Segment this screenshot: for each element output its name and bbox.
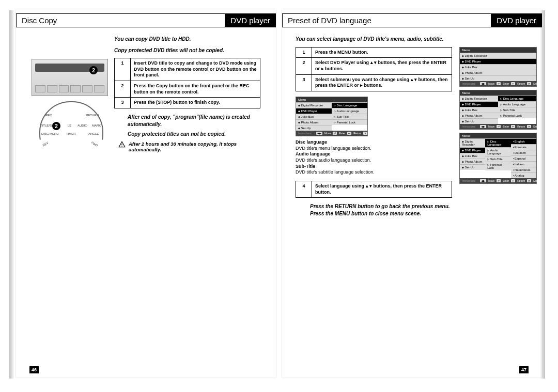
page-title: Disc Copy: [16, 13, 62, 27]
step-text: Press the MENU button.: [312, 47, 452, 58]
btn-rec: REC: [45, 114, 52, 117]
page-left: Disc Copy DVD player 2 REC RETURN TITLE/…: [16, 9, 276, 378]
menu-item: Digital Recorder: [296, 102, 332, 108]
menu-screenshots-column: Menu Digital Recorder DVD Player Juke Bo…: [459, 47, 537, 217]
menu-item: Juke Box: [460, 64, 536, 70]
step-row: 2 Press the Copy button on the front pan…: [115, 81, 260, 98]
menu-header: Menu: [296, 97, 367, 102]
menu-header: Menu: [460, 48, 536, 53]
menu-item: Set-Up: [460, 118, 498, 124]
step-text: Press the Copy button on the front panel…: [131, 81, 260, 98]
intro-2: Copy protected DVD titles will not be co…: [114, 47, 260, 54]
steps-table-right-2: 4 Select language using ▴ ▾ buttons, the…: [296, 181, 452, 198]
btn-timer: TIMER: [66, 132, 76, 135]
submenu-item: Audio Language: [485, 147, 510, 156]
section-badge: DVD player: [491, 13, 542, 27]
intro: You can select language of DVD title's m…: [296, 36, 537, 43]
header-left: Disc Copy DVD player: [16, 13, 276, 27]
submenu-item: Parental Lock: [485, 162, 510, 170]
step-text: Select submenu you want to change using …: [312, 74, 452, 91]
steps-table-left: 1 Insert DVD title to copy and change to…: [114, 58, 260, 108]
steps-table-right: 1 Press the MENU button. 2 Select DVD Pl…: [296, 47, 452, 91]
menu-item: Digital Recorder: [460, 96, 498, 101]
submenu-item: Disc Language: [498, 96, 536, 101]
lang-item: Nederlands: [511, 167, 536, 173]
step-row: 2 Select DVD Player using ▴ ▾ buttons, t…: [296, 58, 452, 74]
menu-item: Photo Album: [460, 159, 485, 164]
btn-fwd: FWD: [90, 141, 98, 147]
menu-item-selected: DVD Player: [460, 147, 485, 153]
menu-item: Photo Album: [460, 70, 536, 75]
callout-2b: 2: [52, 122, 60, 130]
btn-rev: REV: [42, 141, 49, 147]
menu-screenshot-small: Menu Digital Recorder DVD Player Juke Bo…: [296, 97, 368, 136]
submenu-item: Sub-Title: [332, 114, 367, 119]
lang-item: Analog: [511, 173, 536, 178]
step-num: 2: [296, 58, 312, 74]
menu-item: Set-Up: [460, 164, 485, 170]
submenu-item: Parental Lock: [498, 113, 536, 118]
lang-item: Deutsch: [511, 150, 536, 155]
step-row: 1 Insert DVD title to copy and change to…: [115, 58, 260, 81]
lang-item: English: [511, 138, 536, 144]
submenu-item: Parental Lock: [332, 119, 367, 125]
page-number-right: 47: [519, 366, 529, 373]
btn-return: RETURN: [86, 114, 99, 117]
sub-lang-h: Sub-Title: [296, 164, 315, 169]
note-1: After end of copy, "program"(file name) …: [128, 114, 260, 128]
btn-angle: ANGLE: [88, 132, 99, 135]
menu-item: Digital Recorder: [460, 138, 485, 147]
step-row: 3 Press the (STOP) button to finish copy…: [115, 98, 260, 108]
menu-header: Menu: [460, 90, 536, 96]
note-2: Copy protected titles can not be copied.: [128, 131, 260, 138]
step-num: 1: [296, 47, 312, 58]
btn-discmenu: DISC MENU: [41, 132, 59, 135]
submenu-item: Sub-Title: [485, 156, 510, 162]
menu-item: Set-Up: [460, 75, 536, 81]
page-number-left: 46: [29, 366, 39, 373]
menu-instructions: ◀▶Move ⏎Enter ↩Return ✕Exit: [460, 81, 536, 86]
menu-item: Juke Box: [460, 107, 498, 113]
menu-header: Menu: [460, 133, 536, 138]
step-num: 3: [296, 74, 312, 91]
step-row: 3 Select submenu you want to change usin…: [296, 74, 452, 91]
submenu-item: Sub-Title: [498, 107, 536, 113]
menu-item: Photo Album: [460, 113, 498, 118]
sub-lang-t: DVD title's subtitle language selection.: [296, 169, 375, 175]
menu-instructions: ◀▶Move ⏎Enter ↩Return ✕Exit: [296, 131, 367, 136]
disc-lang-h: Disc language: [296, 139, 327, 145]
svg-point-1: [121, 146, 122, 146]
menu-item: Juke Box: [460, 153, 485, 159]
submenu-item: Audio Language: [498, 101, 536, 107]
header-right: Preset of DVD language DVD player: [282, 13, 542, 27]
audio-lang-h: Audio language: [296, 151, 331, 156]
btn-audio: AUDIO: [78, 124, 87, 127]
lang-item: Italiano: [511, 161, 536, 167]
menu-item: Juke Box: [296, 114, 332, 119]
warning-icon: [118, 141, 126, 148]
audio-lang-t: DVD title's audio language selection.: [296, 158, 371, 163]
language-descriptions: Disc language DVD title's menu language …: [296, 139, 452, 176]
step-num: 3: [115, 98, 131, 108]
step-text: Select DVD Player using ▴ ▾ buttons, the…: [312, 58, 452, 74]
menu-item-selected: DVD Player: [296, 108, 332, 114]
section-badge: DVD player: [225, 13, 276, 27]
step-row: 1 Press the MENU button.: [296, 47, 452, 58]
page-right: Preset of DVD language DVD player You ca…: [282, 9, 542, 378]
warning-text: After 2 hours and 30 minutes copying, it…: [129, 141, 260, 152]
callout-2a: 2: [89, 66, 98, 74]
btn-mark: MARK: [92, 124, 101, 127]
step-row: 4 Select language using ▴ ▾ buttons, the…: [296, 181, 452, 198]
menu-item: Photo Album: [296, 119, 332, 125]
step-text: Select language using ▴ ▾ buttons, then …: [312, 181, 452, 198]
menu-screenshot-2: Menu Digital Recorder DVD Player Juke Bo…: [459, 90, 537, 130]
closing-1: Press the RETURN button to go back the p…: [310, 203, 452, 210]
menu-item-selected: DVD Player: [460, 101, 498, 107]
step-num: 2: [115, 81, 131, 98]
device-illustration: 2 REC RETURN TITLE/SPEED LE AUDIO MARK D…: [32, 59, 109, 149]
menu-item: Set-Up: [296, 125, 332, 131]
btn-le: LE: [68, 124, 71, 127]
intro-1: You can copy DVD title to HDD.: [114, 36, 260, 43]
step-num: 4: [296, 181, 312, 198]
step-text: Insert DVD title to copy and change to D…: [131, 58, 260, 81]
